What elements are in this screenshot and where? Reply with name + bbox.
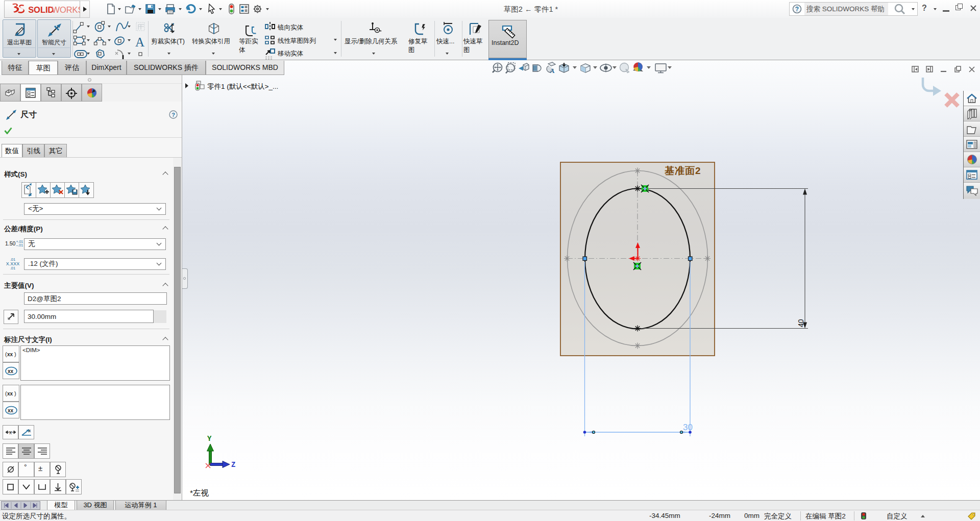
svg-text:x: x [29,428,31,433]
svg-text:Y: Y [207,435,212,443]
svg-text:xx: xx [7,391,13,396]
svg-text:xx: xx [8,408,14,413]
svg-text:WORKS: WORKS [52,5,81,14]
svg-text:40: 40 [797,319,805,327]
svg-text:Z: Z [231,461,235,469]
svg-text:xx: xx [7,352,13,357]
svg-text:30: 30 [683,423,693,432]
svg-text:): ) [14,351,16,357]
svg-text:SOLID: SOLID [28,5,54,14]
svg-text:xx: xx [8,368,14,374]
svg-text:A: A [550,67,555,75]
svg-text:?: ? [172,112,175,118]
svg-text:?: ? [795,6,799,13]
svg-text:): ) [14,390,16,396]
svg-text:A: A [135,35,144,49]
svg-text:x: x [9,430,12,435]
